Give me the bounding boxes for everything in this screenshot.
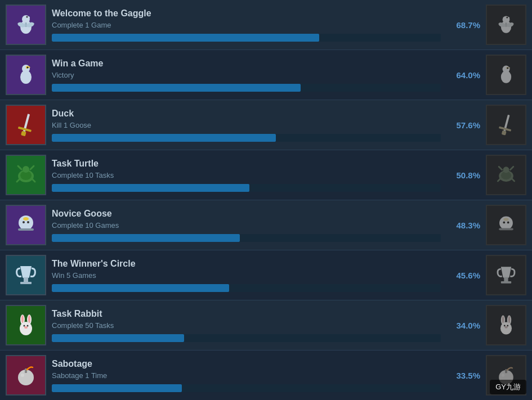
achievements-list: Welcome to the Gaggle Complete 1 Game 68… bbox=[0, 0, 532, 400]
achievement-icon-left-task-rabbit bbox=[6, 305, 46, 345]
achievement-desc-task-rabbit: Complete 50 Tasks bbox=[52, 321, 441, 330]
progress-bar-container-win-game bbox=[52, 84, 441, 92]
svg-point-62 bbox=[24, 326, 28, 329]
achievement-row-sabotage[interactable]: Sabotage Sabotage 1 Time 33.5% bbox=[0, 350, 532, 400]
progress-bar-container-welcome bbox=[52, 34, 441, 42]
achievement-content-winners-circle: The Winner's Circle Win 5 Games bbox=[52, 259, 441, 292]
progress-bar-container-task-turtle bbox=[52, 184, 441, 192]
achievement-content-welcome: Welcome to the Gaggle Complete 1 Game bbox=[52, 8, 441, 42]
achievement-desc-duck: Kill 1 Goose bbox=[52, 121, 441, 129]
svg-rect-51 bbox=[20, 282, 32, 284]
achievement-percent-task-rabbit: 34.0% bbox=[446, 321, 480, 330]
progress-bar-container-winners-circle bbox=[52, 284, 441, 292]
svg-point-70 bbox=[507, 325, 508, 327]
achievement-row-win-game[interactable]: Win a Game Victory 64.0% bbox=[0, 50, 532, 100]
achievement-icon-right-winners-circle bbox=[486, 255, 526, 295]
progress-bar-container-task-rabbit bbox=[52, 334, 441, 342]
achievement-percent-win-game: 64.0% bbox=[446, 70, 480, 80]
svg-rect-52 bbox=[504, 277, 508, 281]
svg-rect-50 bbox=[24, 277, 28, 282]
progress-bar-fill-sabotage bbox=[52, 384, 182, 392]
svg-point-60 bbox=[24, 325, 25, 327]
svg-rect-25 bbox=[502, 131, 507, 136]
svg-point-58 bbox=[28, 315, 30, 323]
achievement-percent-task-turtle: 50.8% bbox=[446, 170, 480, 180]
svg-line-32 bbox=[32, 178, 35, 182]
svg-rect-44 bbox=[18, 228, 34, 231]
svg-point-66 bbox=[502, 316, 504, 323]
svg-point-46 bbox=[503, 218, 508, 221]
achievement-desc-welcome: Complete 1 Game bbox=[52, 21, 441, 29]
svg-point-16 bbox=[27, 67, 29, 69]
achievement-icon-left-welcome bbox=[6, 5, 46, 45]
svg-point-47 bbox=[503, 222, 506, 224]
svg-point-61 bbox=[27, 325, 29, 327]
achievement-row-duck[interactable]: Duck Kill 1 Goose 57.6% bbox=[0, 100, 532, 150]
achievement-icon-left-task-turtle bbox=[6, 155, 46, 195]
achievement-icon-left-sabotage bbox=[6, 355, 46, 395]
svg-point-42 bbox=[23, 221, 25, 223]
achievement-percent-duck: 57.6% bbox=[446, 120, 480, 130]
progress-bar-fill-task-rabbit bbox=[52, 334, 184, 342]
achievement-row-task-turtle[interactable]: Task Turtle Complete 10 Tasks 50.8% bbox=[0, 150, 532, 200]
svg-point-10 bbox=[506, 17, 508, 19]
achievement-row-welcome[interactable]: Welcome to the Gaggle Complete 1 Game 68… bbox=[0, 0, 532, 50]
progress-bar-fill-welcome bbox=[52, 34, 319, 42]
svg-point-41 bbox=[23, 217, 29, 221]
svg-line-39 bbox=[511, 178, 515, 182]
progress-bar-fill-win-game bbox=[52, 84, 301, 92]
progress-bar-fill-task-turtle bbox=[52, 184, 249, 192]
achievement-content-novice-goose: Novice Goose Complete 10 Games bbox=[52, 209, 441, 242]
svg-point-3 bbox=[26, 16, 28, 18]
achievement-title-win-game: Win a Game bbox=[52, 59, 441, 69]
achievement-content-duck: Duck Kill 1 Goose bbox=[52, 109, 441, 142]
achievement-icon-right-duck bbox=[486, 105, 526, 145]
achievement-row-winners-circle[interactable]: The Winner's Circle Win 5 Games 45.6% bbox=[0, 250, 532, 300]
achievement-title-task-turtle: Task Turtle bbox=[52, 159, 441, 169]
achievement-icon-right-task-rabbit bbox=[486, 305, 526, 345]
svg-rect-53 bbox=[501, 281, 511, 284]
achievement-row-novice-goose[interactable]: Novice Goose Complete 10 Games 48.3% bbox=[0, 200, 532, 250]
svg-point-19 bbox=[507, 68, 508, 69]
svg-point-57 bbox=[21, 315, 24, 323]
svg-point-35 bbox=[503, 167, 509, 173]
svg-point-77 bbox=[502, 374, 505, 377]
progress-bar-container-sabotage bbox=[52, 384, 441, 392]
achievement-content-task-rabbit: Task Rabbit Complete 50 Tasks bbox=[52, 309, 441, 342]
svg-line-36 bbox=[499, 167, 502, 170]
progress-bar-container-duck bbox=[52, 134, 441, 142]
achievement-title-winners-circle: The Winner's Circle bbox=[52, 259, 441, 269]
svg-point-69 bbox=[504, 325, 506, 327]
achievement-row-task-rabbit[interactable]: Task Rabbit Complete 50 Tasks 34.0% bbox=[0, 300, 532, 350]
achievement-content-task-turtle: Task Turtle Complete 10 Tasks bbox=[52, 159, 441, 192]
achievement-icon-right-task-turtle bbox=[486, 155, 526, 195]
achievement-icon-left-winners-circle bbox=[6, 255, 46, 295]
achievement-content-win-game: Win a Game Victory bbox=[52, 59, 441, 92]
achievement-title-novice-goose: Novice Goose bbox=[52, 209, 441, 219]
achievement-icon-right-novice-goose bbox=[486, 205, 526, 245]
progress-bar-fill-winners-circle bbox=[52, 284, 229, 292]
svg-point-71 bbox=[504, 326, 508, 329]
svg-line-30 bbox=[30, 166, 34, 169]
progress-bar-fill-duck bbox=[52, 134, 276, 142]
achievement-desc-winners-circle: Win 5 Games bbox=[52, 271, 441, 280]
achievement-content-sabotage: Sabotage Sabotage 1 Time bbox=[52, 359, 441, 392]
svg-point-28 bbox=[23, 166, 29, 173]
svg-point-48 bbox=[507, 222, 509, 224]
svg-rect-4 bbox=[25, 23, 27, 27]
achievement-icon-right-welcome bbox=[486, 5, 526, 45]
svg-line-38 bbox=[498, 178, 501, 182]
svg-rect-49 bbox=[499, 228, 513, 231]
svg-point-67 bbox=[508, 316, 511, 323]
svg-point-43 bbox=[27, 221, 29, 223]
achievement-percent-novice-goose: 48.3% bbox=[446, 221, 480, 230]
achievement-title-duck: Duck bbox=[52, 109, 441, 119]
achievement-title-welcome: Welcome to the Gaggle bbox=[52, 8, 441, 19]
svg-point-74 bbox=[21, 374, 24, 377]
progress-bar-fill-novice-goose bbox=[52, 234, 240, 242]
achievement-percent-sabotage: 33.5% bbox=[446, 371, 480, 380]
watermark: GY九游 bbox=[490, 380, 526, 394]
svg-rect-11 bbox=[505, 23, 507, 26]
achievement-icon-left-win-game bbox=[6, 55, 46, 95]
svg-rect-22 bbox=[21, 131, 26, 137]
